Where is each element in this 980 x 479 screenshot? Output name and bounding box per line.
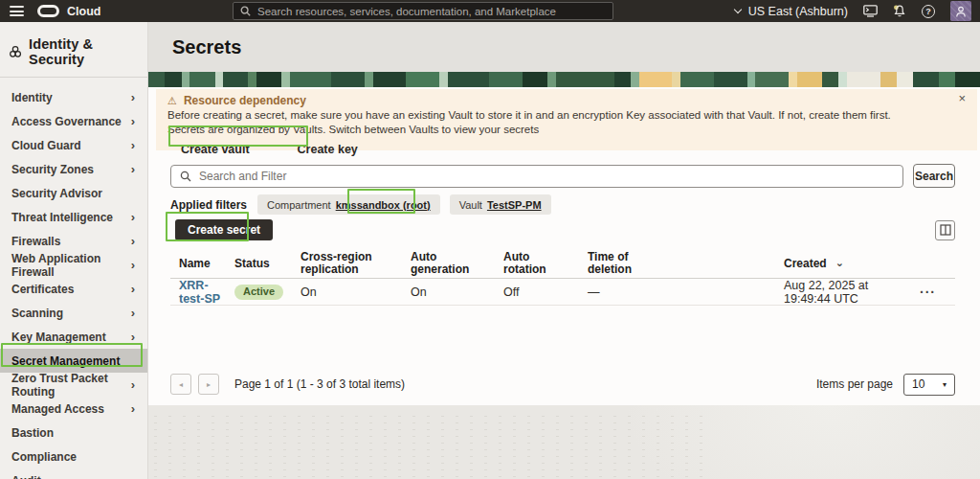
- applied-filters-row: Applied filters Compartment kmssandbox (…: [170, 194, 955, 215]
- sidebar-item-audit[interactable]: Audit: [0, 468, 147, 479]
- search-icon: [180, 171, 191, 182]
- person-icon: [954, 5, 968, 18]
- filter-chip-compartment[interactable]: Compartment kmssandbox (root): [257, 194, 440, 215]
- vault-link[interactable]: TestSP-PM: [487, 199, 542, 211]
- sidebar-item-cloud-guard[interactable]: Cloud Guard›: [0, 133, 147, 157]
- col-header-status: Status: [234, 258, 301, 270]
- sidebar-item-managed-access[interactable]: Managed Access›: [0, 397, 147, 421]
- sidebar-item-secret-management[interactable]: Secret Management: [0, 349, 147, 373]
- identity-security-icon: [9, 44, 22, 59]
- hamburger-menu-icon[interactable]: [10, 6, 24, 16]
- sidebar: Identity & Security Identity› Access Gov…: [0, 22, 148, 479]
- col-header-time-of-deletion: Time of deletion: [588, 251, 784, 276]
- columns-icon: [940, 224, 951, 236]
- chevron-right-icon: ›: [131, 283, 135, 295]
- topbar-right: US East (Ashburn) ?: [735, 0, 971, 22]
- secret-name-link[interactable]: XRR-test-SP: [179, 279, 220, 306]
- search-filter-input[interactable]: [199, 170, 894, 183]
- cell-created: Aug 22, 2025 at 19:49:44 UTC: [784, 279, 918, 306]
- chevron-right-icon: ›: [131, 115, 135, 127]
- cell-time-of-deletion: —: [588, 285, 784, 299]
- close-icon[interactable]: ×: [958, 92, 966, 104]
- table-empty-space: [170, 306, 955, 373]
- sidebar-item-threat-intelligence[interactable]: Threat Intelligence›: [0, 205, 147, 229]
- sidebar-item-access-governance[interactable]: Access Governance›: [0, 109, 147, 133]
- global-search[interactable]: [233, 2, 613, 20]
- pagination-row: ◂ ▸ Page 1 of 1 (1 - 3 of 3 total items)…: [170, 373, 955, 396]
- alert-text-line1: Before creating a secret, make sure you …: [167, 109, 966, 122]
- bell-icon: [893, 5, 906, 18]
- items-per-page-select[interactable]: 10 ▾: [903, 374, 955, 396]
- search-filter-row: Search: [170, 164, 955, 188]
- main-area: Secrets ⚠ Resource dependency Before cre…: [148, 22, 980, 479]
- user-avatar[interactable]: [950, 1, 971, 21]
- dropdown-arrow-icon: ▾: [943, 380, 947, 389]
- chevron-right-icon: ›: [131, 91, 135, 103]
- sidebar-item-firewalls[interactable]: Firewalls›: [0, 229, 147, 253]
- create-key-button[interactable]: Create key: [284, 141, 371, 158]
- secrets-table: Name Status Cross-region replication Aut…: [170, 249, 955, 306]
- sidebar-item-key-management[interactable]: Key Management›: [0, 325, 147, 349]
- previous-page-button[interactable]: ◂: [170, 374, 191, 395]
- col-header-auto-generation: Auto generation: [411, 251, 503, 276]
- sidebar-item-zero-trust-packet-routing[interactable]: Zero Trust Packet Routing›: [0, 373, 147, 397]
- cloud-shell-icon: [863, 5, 878, 17]
- cell-auto-generation: On: [411, 285, 503, 299]
- sidebar-item-bastion[interactable]: Bastion: [0, 421, 147, 445]
- sidebar-item-identity[interactable]: Identity›: [0, 85, 147, 109]
- brand-label: Cloud: [67, 5, 100, 18]
- search-icon: [240, 6, 251, 16]
- create-secret-button[interactable]: Create secret: [175, 219, 273, 240]
- cell-cross-region-replication: On: [301, 285, 411, 299]
- status-badge: Active: [234, 285, 283, 300]
- compartment-link[interactable]: kmssandbox (root): [336, 199, 431, 211]
- alert-title: Resource dependency: [184, 94, 306, 107]
- column-settings-button[interactable]: [935, 220, 955, 240]
- page-title: Secrets: [172, 36, 241, 58]
- chevron-right-icon: ›: [131, 139, 135, 151]
- filter-chip-vault[interactable]: Vault TestSP-PM: [450, 194, 551, 215]
- sort-chevron-icon[interactable]: ⌄: [835, 261, 844, 266]
- oci-console-screen: Cloud US East (Ashburn): [0, 0, 980, 479]
- chevron-down-icon: [734, 6, 742, 13]
- search-filter-box[interactable]: [170, 165, 903, 188]
- decorative-banner-art: [148, 72, 980, 87]
- region-selector[interactable]: US East (Ashburn): [735, 5, 848, 18]
- sidebar-item-scanning[interactable]: Scanning›: [0, 301, 147, 325]
- content-panel: ⚠ Resource dependency Before creating a …: [148, 87, 980, 405]
- sidebar-header[interactable]: Identity & Security: [0, 22, 147, 77]
- global-search-input[interactable]: [257, 6, 606, 17]
- oracle-logo-icon[interactable]: [37, 5, 59, 17]
- sidebar-item-web-application-firewall[interactable]: Web Application Firewall›: [0, 253, 147, 277]
- next-page-button[interactable]: ▸: [198, 374, 219, 395]
- page-header: Secrets: [148, 22, 980, 72]
- table-header-row: Name Status Cross-region replication Aut…: [170, 249, 955, 279]
- chevron-right-icon: ›: [131, 235, 135, 247]
- create-vault-button[interactable]: Create vault: [167, 141, 263, 158]
- actions-row: Create secret: [170, 219, 955, 240]
- sidebar-item-security-advisor[interactable]: Security Advisor: [0, 181, 147, 205]
- cell-auto-rotation: Off: [503, 285, 588, 299]
- chevron-right-icon: ›: [131, 307, 135, 319]
- col-header-created[interactable]: Created ⌄: [784, 258, 918, 270]
- row-actions-menu-icon[interactable]: ···: [920, 287, 936, 297]
- search-button[interactable]: Search: [913, 164, 955, 188]
- sidebar-divider: [0, 77, 147, 78]
- chevron-right-icon: ›: [131, 378, 135, 391]
- warning-icon: ⚠: [167, 96, 177, 106]
- chevron-right-icon: ›: [131, 402, 135, 415]
- applied-filters-label: Applied filters: [170, 198, 247, 212]
- notifications-button[interactable]: [893, 5, 906, 18]
- chevron-right-icon: ›: [131, 211, 135, 223]
- table-row: XRR-test-SP Active On On Off — Aug 22, 2…: [170, 279, 955, 306]
- cloud-shell-button[interactable]: [863, 5, 878, 17]
- help-button[interactable]: ?: [922, 5, 935, 18]
- sidebar-item-compliance[interactable]: Compliance: [0, 445, 147, 468]
- sidebar-item-certificates[interactable]: Certificates›: [0, 277, 147, 301]
- col-header-auto-rotation: Auto rotation: [503, 251, 588, 276]
- sidebar-item-security-zones[interactable]: Security Zones›: [0, 157, 147, 181]
- chevron-right-icon: ›: [131, 259, 135, 271]
- region-label: US East (Ashburn): [748, 5, 848, 18]
- sidebar-nav: Identity› Access Governance› Cloud Guard…: [0, 85, 147, 479]
- topbar: Cloud US East (Ashburn): [0, 0, 980, 22]
